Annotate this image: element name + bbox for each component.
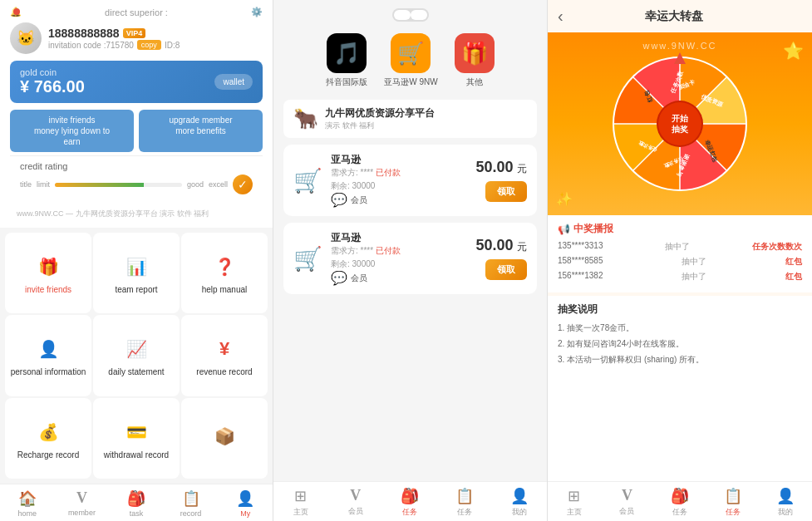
task2-details: 亚马逊 需求方: **** 已付款 剩余: 30000 💬 会员 (331, 231, 468, 286)
svg-text:开始: 开始 (671, 114, 689, 123)
winner2-prize: 红包 (785, 256, 802, 268)
gold-coin-card: gold coin ¥ 766.00 wallet (10, 61, 263, 103)
gold-coin-prefix: ¥ (20, 77, 29, 96)
rule-1: 1. 抽奖一次78金币。 (558, 322, 802, 334)
task2-remaining: 剩余: 30000 (331, 258, 468, 270)
app-icon-amazon[interactable]: 🛒 亚马逊W 9NW (384, 33, 437, 88)
credit-rating-bar: credit rating title limit good excell ✓ (10, 155, 263, 199)
member-icon-nav: V (76, 489, 87, 507)
gold-coin-label: gold coin (20, 67, 85, 77)
task2-member-row: 💬 会员 (331, 270, 468, 286)
amazon-icon: 🛒 (391, 33, 431, 73)
panel2-nav-my[interactable]: 👤 我的 (492, 487, 547, 518)
menu-item-empty: 📦 (181, 398, 268, 479)
recharge-icon: 💰 (33, 417, 63, 447)
platform-desc: 演示 软件 福利 (325, 120, 435, 131)
nav-member[interactable]: V member (55, 489, 110, 518)
panel3-member-icon: V (622, 487, 632, 504)
menu-item-personal[interactable]: 👤 personal information (5, 315, 91, 396)
panel2-nav-home[interactable]: ⊞ 主页 (273, 487, 328, 518)
panel2-task-label: 任务 (402, 507, 417, 518)
panel2-nav-task[interactable]: 🎒 任务 (383, 487, 438, 518)
invitation-row: invitation code :715780 copy ID:8 (48, 40, 180, 50)
amazon-label: 亚马逊W 9NW (384, 76, 437, 88)
app-icons-row: 🎵 抖音国际版 🛒 亚马逊W 9NW 🎁 其他 (273, 22, 547, 100)
panel2-nav-member[interactable]: V 会员 (328, 487, 383, 518)
revenue-record-label: revenue record (196, 367, 252, 376)
menu-item-team-report[interactable]: 📊 team report (93, 233, 180, 313)
douyin-label: 抖音国际版 (326, 76, 367, 88)
my-icon: 👤 (236, 489, 254, 508)
task1-collect-button[interactable]: 领取 (485, 181, 527, 202)
panel3-home-icon: ⊞ (568, 487, 580, 505)
task-card-1: 🛒 亚马逊 需求方: **** 已付款 剩余: 30000 💬 会员 50.00… (283, 145, 537, 216)
rules-title: 抽奖说明 (558, 302, 802, 317)
platform-banner[interactable]: 🐂 九牛网优质资源分享平台 演示 软件 福利 (283, 100, 537, 138)
task-label: task (130, 509, 144, 518)
task2-amount-row: 50.00 元 (476, 237, 528, 254)
upgrade-member-button[interactable]: upgrade membermore benefits (139, 110, 263, 152)
winner2-action: 抽中了 (682, 256, 706, 268)
menu-item-daily-statement[interactable]: 📈 daily statement (93, 315, 180, 396)
gold-coin-info: gold coin ¥ 766.00 (20, 67, 85, 96)
invite-friends-button[interactable]: invite friendsmoney lying down toearn (10, 110, 134, 152)
direct-superior-row: 🔔 direct superior : ⚙️ (10, 7, 263, 17)
bell-wrap[interactable]: 🔔 (10, 7, 22, 17)
daily-statement-label: daily statement (108, 367, 164, 376)
panel2-record-icon: 📋 (455, 487, 474, 505)
task1-right: 50.00 元 领取 (476, 159, 528, 202)
toggle-switch[interactable] (392, 8, 429, 22)
task1-amount: 50.00 (476, 159, 514, 175)
winner-row-1: 135****3313 抽中了 任务次数数次 (558, 241, 802, 253)
nav-record[interactable]: 📋 record (164, 489, 219, 518)
task2-paid: 已付款 (376, 246, 401, 255)
task2-collect-button[interactable]: 领取 (485, 259, 527, 280)
other-label: 其他 (466, 76, 483, 88)
help-manual-label: help manual (202, 285, 247, 294)
app-icon-douyin[interactable]: 🎵 抖音国际版 (326, 33, 367, 88)
gear-icon[interactable]: ⚙️ (251, 7, 263, 17)
record-label: record (180, 509, 202, 518)
task2-platform-name: 亚马逊 (331, 231, 468, 245)
nav-home[interactable]: 🏠 home (0, 489, 55, 518)
task1-member-row: 💬 会员 (331, 192, 468, 208)
task1-platform-name: 亚马逊 (331, 153, 468, 167)
panel2-nav-record[interactable]: 📋 任务 (437, 487, 492, 518)
nav-my[interactable]: 👤 My (218, 489, 273, 518)
panel3-nav-record[interactable]: 📋 任务 (706, 487, 760, 518)
copy-button[interactable]: copy (137, 40, 161, 50)
svg-text:抽奖: 抽奖 (671, 125, 689, 134)
panel3-nav-my[interactable]: 👤 我的 (759, 487, 812, 518)
task1-unit: 元 (517, 163, 527, 174)
member-label-nav: member (68, 509, 96, 517)
nav-task[interactable]: 🎒 task (109, 489, 164, 518)
credit-bar-fill (55, 183, 144, 187)
empty-icon: 📦 (209, 421, 239, 451)
wallet-button[interactable]: wallet (214, 74, 253, 90)
panel3-nav-task[interactable]: 🎒 任务 (653, 487, 706, 518)
credit-level-good: good (187, 180, 204, 189)
app-icon-other[interactable]: 🎁 其他 (455, 33, 495, 88)
panel3-record-icon: 📋 (724, 487, 742, 505)
help-manual-icon: ❓ (209, 252, 239, 282)
username-row: 18888888888 VIP4 (48, 27, 180, 40)
winner1-action: 抽中了 (665, 241, 690, 253)
credit-label: credit rating (20, 161, 253, 171)
back-button[interactable]: ‹ (558, 7, 563, 26)
menu-item-withdrawal[interactable]: 💳 withdrawal record (93, 398, 180, 479)
personal-icon: 👤 (33, 334, 63, 364)
task1-amount-row: 50.00 元 (476, 159, 528, 176)
menu-item-recharge[interactable]: 💰 Recharge record (5, 398, 91, 479)
panel2-my-label: 我的 (512, 507, 527, 518)
panel2-member-label: 会员 (348, 506, 363, 517)
panel3-nav-member[interactable]: V 会员 (601, 487, 654, 518)
panel3-home-label: 主页 (567, 507, 582, 518)
task1-remaining: 剩余: 30000 (331, 180, 468, 192)
panel3-nav-home[interactable]: ⊞ 主页 (548, 487, 601, 518)
menu-item-help-manual[interactable]: ❓ help manual (181, 233, 268, 313)
id-label: ID:8 (165, 41, 180, 50)
menu-item-revenue-record[interactable]: ¥ revenue record (181, 315, 268, 396)
wheel-svg: 优质资源 幸运红包 谢谢参与 任务次数 任务次数 红包 任务次数 加油卡 开始 … (605, 49, 755, 199)
winner1-phone: 135****3313 (558, 241, 603, 253)
menu-item-invite-friends[interactable]: 🎁 invite friends (5, 233, 91, 313)
